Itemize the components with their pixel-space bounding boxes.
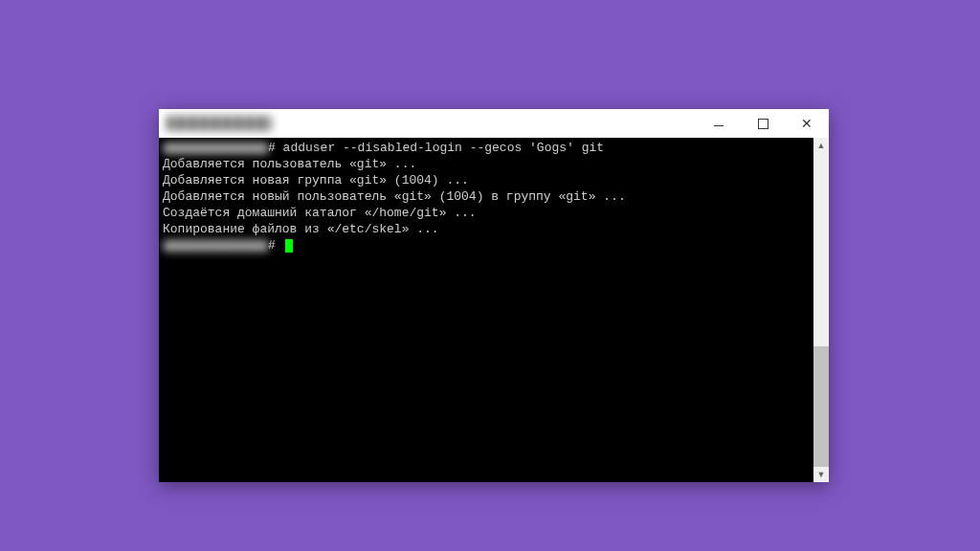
output-line: Добавляется новая группа «git» (1004) ..… — [163, 172, 810, 188]
output-line: Создаётся домашний каталог «/home/git» .… — [163, 205, 810, 221]
scrollbar-track[interactable] — [813, 153, 829, 467]
window-controls: ✕ — [697, 109, 829, 138]
prompt-line-2: # — [163, 237, 810, 253]
terminal-output[interactable]: # adduser --disabled-login --gecos 'Gogs… — [159, 138, 813, 482]
terminal-area: # adduser --disabled-login --gecos 'Gogs… — [159, 138, 829, 482]
output-line: Добавляется пользователь «git» ... — [163, 156, 810, 172]
maximize-button[interactable] — [741, 109, 785, 138]
terminal-window: ✕ # adduser --disabled-login --gecos 'Go… — [159, 109, 829, 482]
prompt-suffix: # — [268, 141, 283, 155]
minimize-button[interactable] — [697, 109, 741, 138]
command-text: adduser --disabled-login --gecos 'Gogs' … — [283, 141, 604, 155]
prompt-redacted — [163, 240, 268, 252]
scroll-up-arrow-icon[interactable]: ▲ — [813, 138, 829, 153]
titlebar[interactable]: ✕ — [159, 109, 829, 138]
window-title-redacted — [167, 116, 272, 131]
prompt-suffix: # — [268, 238, 283, 253]
scrollbar-thumb[interactable] — [813, 346, 829, 467]
prompt-redacted — [163, 143, 268, 154]
cursor — [285, 239, 293, 253]
scrollbar[interactable]: ▲ ▼ — [813, 138, 829, 482]
close-icon: ✕ — [801, 117, 813, 130]
output-line: Добавляется новый пользователь «git» (10… — [163, 188, 810, 205]
output-line: Копирование файлов из «/etc/skel» ... — [163, 221, 810, 237]
prompt-line-1: # adduser --disabled-login --gecos 'Gogs… — [163, 140, 810, 156]
maximize-icon — [758, 119, 768, 129]
minimize-icon — [714, 125, 724, 126]
close-button[interactable]: ✕ — [785, 109, 829, 138]
scroll-down-arrow-icon[interactable]: ▼ — [813, 467, 829, 482]
